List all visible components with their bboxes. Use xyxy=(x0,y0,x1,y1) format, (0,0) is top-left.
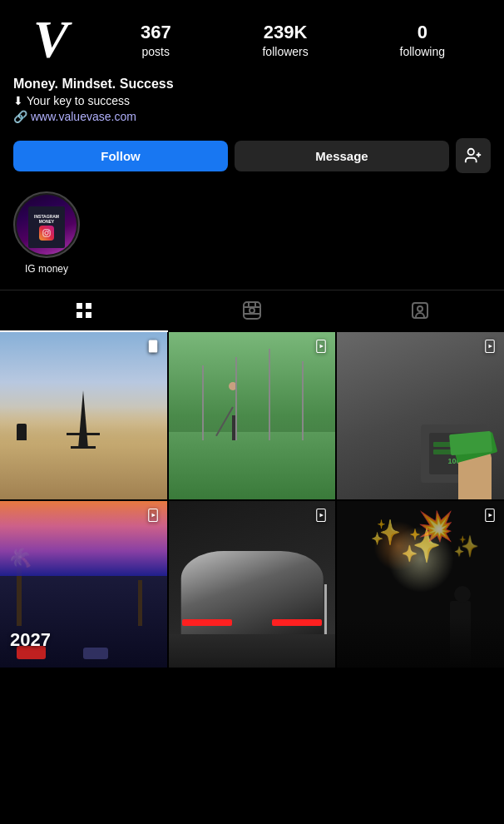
profile-logo: V xyxy=(13,13,88,67)
svg-point-4 xyxy=(45,231,48,235)
svg-rect-9 xyxy=(86,312,91,318)
following-count: 0 xyxy=(418,22,427,43)
instagram-icon-small xyxy=(39,226,54,241)
following-label: following xyxy=(400,45,445,58)
svg-rect-10 xyxy=(244,302,260,319)
posts-count: 367 xyxy=(141,22,171,43)
reel-icon-1 xyxy=(146,339,161,358)
tab-tagged[interactable] xyxy=(336,290,504,332)
link-text: www.valuevase.com xyxy=(31,110,136,123)
reel-icon-2 xyxy=(314,339,329,358)
grid-item-6[interactable]: ✨ ✨ ✨ 💥 xyxy=(337,501,504,668)
message-button[interactable]: Message xyxy=(235,141,449,171)
ig-money-book: INSTAGRAMMONEY xyxy=(28,206,65,248)
followers-stat: 239K followers xyxy=(262,22,308,58)
svg-marker-18 xyxy=(320,345,324,349)
reel-icon-3 xyxy=(482,339,497,358)
arrow-down-icon: ⬇ xyxy=(13,94,23,107)
posts-label: posts xyxy=(142,45,170,58)
grid-item-2[interactable] xyxy=(169,332,336,499)
svg-rect-7 xyxy=(86,303,91,309)
svg-rect-3 xyxy=(43,230,50,236)
svg-marker-19 xyxy=(489,345,493,349)
add-person-icon xyxy=(464,146,482,165)
tabs-section xyxy=(0,290,504,332)
follow-button[interactable]: Follow xyxy=(13,141,228,171)
reel-icon-6 xyxy=(482,508,497,527)
grid-item-3[interactable]: 100 xyxy=(337,332,504,499)
grid-item-5[interactable] xyxy=(169,501,336,668)
book-title: INSTAGRAMMONEY xyxy=(34,214,59,224)
reel-icon-5 xyxy=(314,508,329,527)
highlight-ig-money[interactable]: INSTAGRAMMONEY IG money xyxy=(13,191,80,275)
grid-item-1[interactable] xyxy=(0,332,167,499)
bio-section: Money. Mindset. Success ⬇ Your key to su… xyxy=(0,73,504,132)
svg-marker-22 xyxy=(489,513,493,517)
svg-point-17 xyxy=(418,306,422,311)
svg-rect-6 xyxy=(77,303,82,309)
link-icon: 🔗 xyxy=(13,110,27,123)
logo-letter: V xyxy=(33,13,69,67)
profile-stats: 367 posts 239K followers 0 following xyxy=(95,22,491,58)
followers-count: 239K xyxy=(264,22,308,43)
svg-point-0 xyxy=(468,149,474,155)
highlight-label-ig-money: IG money xyxy=(25,263,68,275)
following-stat: 0 following xyxy=(400,22,445,58)
highlight-visual: INSTAGRAMMONEY xyxy=(17,195,77,255)
svg-marker-20 xyxy=(151,513,156,517)
add-friend-button[interactable] xyxy=(456,138,491,173)
profile-name: Money. Mindset. Success xyxy=(13,77,491,92)
profile-header: V 367 posts 239K followers 0 following xyxy=(0,0,504,73)
tab-reels[interactable] xyxy=(168,290,336,332)
tagline-text: Your key to success xyxy=(27,94,130,107)
profile-tagline: ⬇ Your key to success xyxy=(13,94,491,107)
svg-point-11 xyxy=(250,308,254,313)
posts-stat: 367 posts xyxy=(141,22,171,58)
grid-item-4[interactable]: 🌴 2027 xyxy=(0,501,167,668)
svg-point-5 xyxy=(48,231,49,231)
photo-grid: 100 🌴 xyxy=(0,332,504,668)
followers-label: followers xyxy=(262,45,308,58)
profile-link[interactable]: 🔗 www.valuevase.com xyxy=(13,110,491,123)
overlay-year-2027: 2027 xyxy=(10,629,51,651)
highlights-section: INSTAGRAMMONEY IG money xyxy=(0,183,504,283)
grid-icon xyxy=(74,300,94,320)
svg-marker-21 xyxy=(320,513,324,517)
reel-icon-4 xyxy=(146,508,161,527)
reels-icon xyxy=(242,300,262,320)
action-buttons: Follow Message xyxy=(0,132,504,183)
tagged-icon xyxy=(410,300,430,320)
svg-rect-8 xyxy=(77,312,82,318)
tab-grid[interactable] xyxy=(0,290,168,332)
highlight-circle-ig-money: INSTAGRAMMONEY xyxy=(13,191,80,258)
